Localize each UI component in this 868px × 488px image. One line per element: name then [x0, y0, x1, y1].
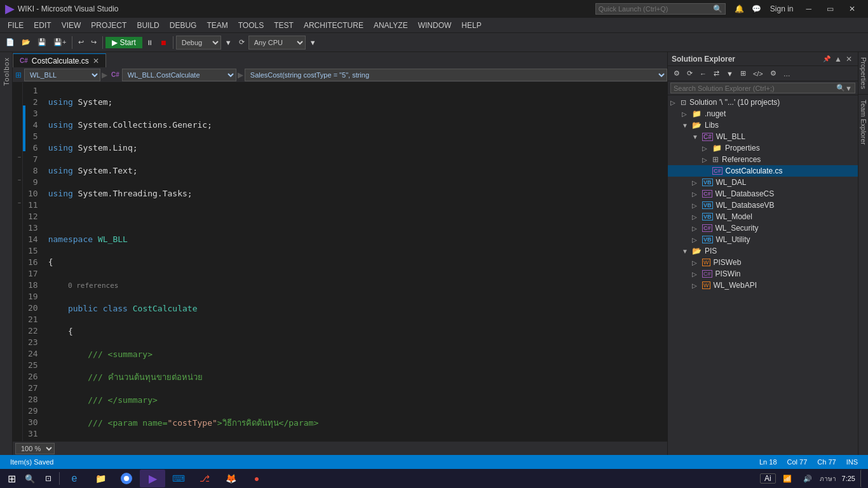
- nav-method-dropdown[interactable]: SalesCost(string costType = "5", string: [245, 69, 667, 81]
- tree-nuget[interactable]: ▷ 📁 .nuget: [668, 108, 858, 119]
- taskbar-edge[interactable]: e: [62, 470, 87, 487]
- new-project-button[interactable]: 📄: [3, 36, 18, 48]
- taskbar-vscode[interactable]: ⌨: [166, 470, 191, 487]
- se-search-settings-icon[interactable]: ▼: [845, 85, 852, 92]
- menu-analyze[interactable]: ANALYZE: [369, 20, 413, 31]
- statusbar: Item(s) Saved Ln 18 Col 77 Ch 77 INS: [0, 455, 868, 469]
- start-button[interactable]: ▶ Start: [105, 37, 142, 48]
- tab-costcalculate[interactable]: C# CostCalculate.cs ✕: [13, 53, 106, 67]
- menu-debug[interactable]: DEBUG: [165, 20, 202, 31]
- save-all-button[interactable]: 💾+: [50, 36, 69, 48]
- menu-help[interactable]: HELP: [456, 20, 486, 31]
- taskbar-lang-icon[interactable]: ภาษา: [819, 470, 837, 487]
- se-search-input[interactable]: [674, 85, 836, 92]
- debug-config-dropdown[interactable]: Debug Release: [176, 36, 221, 50]
- se-sync-button[interactable]: ⇄: [710, 67, 722, 79]
- stop-button[interactable]: ⏹: [157, 37, 170, 48]
- se-back-button[interactable]: ←: [696, 68, 710, 79]
- refresh-button[interactable]: ⟳: [236, 36, 248, 48]
- se-view-button[interactable]: ⊞: [737, 67, 749, 79]
- se-pin-button[interactable]: 📌: [821, 55, 832, 62]
- tree-label-nuget: .nuget: [705, 109, 726, 118]
- menu-project[interactable]: PROJECT: [86, 20, 132, 31]
- close-button[interactable]: ✕: [841, 2, 863, 16]
- tree-wl-dal[interactable]: ▷ VB WL_DAL: [668, 177, 858, 188]
- tree-wl-dbvb[interactable]: ▷ VB WL_DatabaseVB: [668, 200, 858, 211]
- menu-file[interactable]: FILE: [3, 20, 29, 31]
- se-expand-button[interactable]: ▲: [832, 55, 844, 64]
- taskbar-git[interactable]: ⎇: [192, 470, 217, 487]
- taskbar-volume-icon[interactable]: 🔊: [799, 470, 817, 487]
- toolbox-panel[interactable]: Toolbox: [0, 52, 13, 455]
- tree-wl-utility[interactable]: ▷ VB WL_Utility: [668, 234, 858, 245]
- tree-libs[interactable]: ▼ 📂 Libs: [668, 119, 858, 131]
- platform-dropdown[interactable]: Any CPU x86 x64: [248, 36, 306, 50]
- menu-architecture[interactable]: ARCHITECTURE: [299, 20, 369, 31]
- tree-wl-webapi[interactable]: ▷ W WL_WebAPI: [668, 280, 858, 291]
- quick-launch-input[interactable]: [599, 5, 713, 13]
- restore-button[interactable]: ▭: [819, 2, 841, 16]
- taskbar-search-button[interactable]: 🔍: [21, 470, 39, 487]
- taskbar-taskview-button[interactable]: ⊡: [39, 470, 57, 487]
- open-button[interactable]: 📂: [18, 36, 34, 48]
- notification-icon[interactable]: 🔔: [731, 3, 748, 15]
- menu-tools[interactable]: TOOLS: [233, 20, 269, 31]
- properties-panel-tab[interactable]: Properties: [858, 52, 869, 95]
- save-button[interactable]: 💾: [34, 36, 50, 48]
- menu-edit[interactable]: EDIT: [29, 20, 56, 31]
- tree-costcalculate[interactable]: C# CostCalculate.cs: [668, 165, 858, 177]
- code-editor[interactable]: − − − 123456 78910: [13, 83, 667, 441]
- team-explorer-tab[interactable]: Team Explorer: [858, 95, 869, 150]
- tree-pis[interactable]: ▼ 📂 PIS: [668, 245, 858, 257]
- tab-close-icon[interactable]: ✕: [93, 57, 99, 65]
- se-refresh-button[interactable]: ⟳: [684, 67, 696, 79]
- config-arrow[interactable]: ▼: [222, 37, 235, 48]
- taskbar-vs[interactable]: ▶: [140, 470, 165, 487]
- taskbar-clock[interactable]: 7:25: [839, 475, 858, 482]
- menu-team[interactable]: TEAM: [201, 20, 233, 31]
- taskbar-show-desktop[interactable]: [860, 470, 865, 487]
- se-settings-button[interactable]: ⚙: [767, 67, 780, 79]
- nav-class-dropdown[interactable]: WL_BLL.CostCalculate: [122, 69, 236, 81]
- tree-solution[interactable]: ▷ ⊡ Solution '\ "...' (10 projects): [668, 97, 858, 108]
- se-code-button[interactable]: </>: [750, 68, 766, 79]
- tree-wl-model[interactable]: ▷ VB WL_Model: [668, 211, 858, 222]
- redo-button[interactable]: ↪: [88, 36, 100, 48]
- menu-view[interactable]: VIEW: [57, 20, 86, 31]
- taskbar-explorer[interactable]: 📁: [88, 470, 113, 487]
- se-close-button[interactable]: ✕: [844, 55, 854, 64]
- minimize-button[interactable]: ─: [798, 2, 819, 16]
- se-more-button[interactable]: …: [780, 68, 794, 79]
- toolbox-label[interactable]: Toolbox: [3, 57, 10, 86]
- taskbar-app8[interactable]: ●: [244, 470, 269, 487]
- tree-properties[interactable]: ▷ 📁 Properties: [668, 142, 858, 154]
- tree-wl-security[interactable]: ▷ C# WL_Security: [668, 222, 858, 234]
- tree-label-wl-security: WL_Security: [715, 224, 759, 233]
- wl-dal-icon: VB: [702, 179, 713, 186]
- se-filter-button[interactable]: ▼: [723, 68, 736, 79]
- tree-pisweb[interactable]: ▷ W PISWeb: [668, 257, 858, 268]
- menu-build[interactable]: BUILD: [132, 20, 164, 31]
- sign-in-label[interactable]: Sign in: [765, 3, 799, 15]
- chat-icon[interactable]: 💬: [748, 3, 765, 15]
- taskbar-start-button[interactable]: ⊞: [3, 470, 20, 487]
- tree-references[interactable]: ▷ ⊞ References: [668, 154, 858, 165]
- menu-test[interactable]: TEST: [269, 20, 299, 31]
- taskbar-chrome[interactable]: [114, 470, 139, 487]
- status-ins: INS: [841, 458, 863, 466]
- zoom-select[interactable]: 100 % 75 % 125 % 150 %: [15, 443, 55, 454]
- nav-namespace-dropdown[interactable]: WL_BLL: [24, 69, 100, 81]
- code-text[interactable]: using System; using System.Collections.G…: [43, 83, 667, 441]
- tree-wl-dbcs[interactable]: ▷ C# WL_DatabaseCS: [668, 188, 858, 200]
- taskbar-ai-label[interactable]: Ai: [760, 473, 776, 484]
- tree-arrow-solution: ▷: [670, 99, 679, 106]
- se-properties-button[interactable]: ⚙: [670, 67, 683, 79]
- pause-button[interactable]: ⏸: [143, 37, 156, 48]
- menu-window[interactable]: WINDOW: [413, 20, 457, 31]
- taskbar-firefox[interactable]: 🦊: [218, 470, 243, 487]
- taskbar-network-icon[interactable]: 📶: [778, 470, 796, 487]
- tree-wl-bll[interactable]: ▼ C# WL_BLL: [668, 131, 858, 142]
- tree-piswin[interactable]: ▷ C# PISWin: [668, 268, 858, 280]
- platform-arrow[interactable]: ▼: [306, 37, 320, 48]
- undo-button[interactable]: ↩: [75, 36, 87, 48]
